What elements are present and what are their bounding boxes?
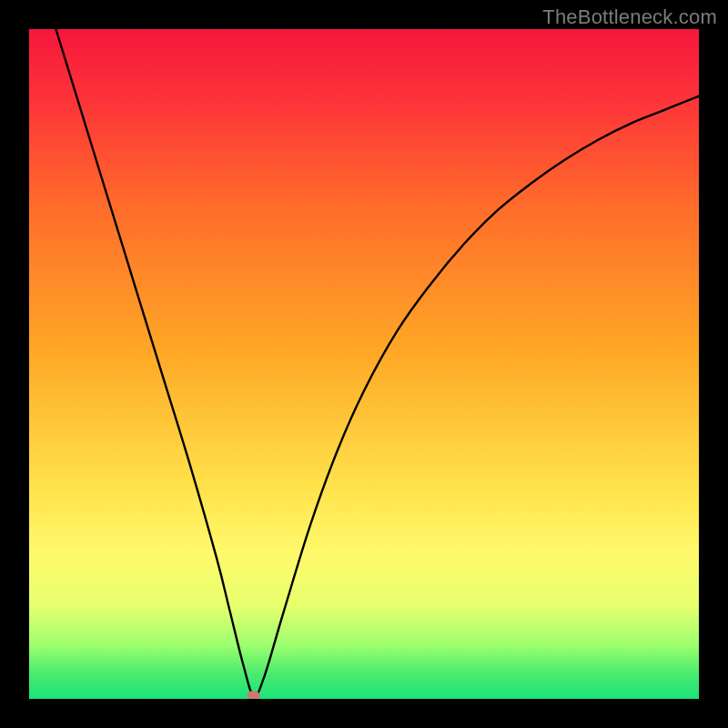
watermark-text: TheBottleneck.com [542, 5, 717, 29]
bottleneck-curve [29, 29, 699, 699]
chart-frame: TheBottleneck.com [0, 0, 728, 728]
optimum-marker [248, 691, 260, 699]
